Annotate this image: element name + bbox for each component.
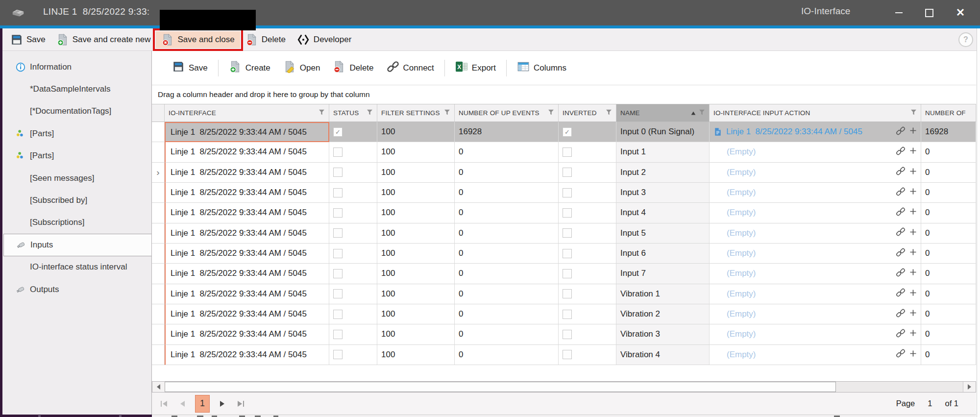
- add-icon[interactable]: [909, 309, 917, 319]
- add-icon[interactable]: [909, 329, 917, 339]
- table-row[interactable]: Linje 1 8/25/2022 9:33:44 AM / 50451000I…: [152, 264, 976, 284]
- row-expander-icon[interactable]: ›: [156, 167, 159, 178]
- link-icon[interactable]: [896, 247, 906, 260]
- link-icon[interactable]: [896, 268, 906, 280]
- horizontal-scrollbar[interactable]: [152, 381, 976, 392]
- scroll-left-button[interactable]: [152, 382, 165, 392]
- sidebar-item-subscribed-by[interactable]: [Subscribed by]: [2, 189, 151, 211]
- inverted-checkbox[interactable]: [563, 249, 572, 258]
- sidebar-item-subscriptions[interactable]: [Subscriptions]: [2, 212, 151, 234]
- status-checkbox[interactable]: [333, 249, 343, 258]
- link-icon[interactable]: [896, 348, 906, 361]
- add-icon[interactable]: [909, 228, 917, 238]
- sidebar-item-information[interactable]: Information: [2, 56, 151, 78]
- column-header-inverted[interactable]: INVERTED: [559, 104, 616, 122]
- add-icon[interactable]: [909, 208, 917, 218]
- status-checkbox[interactable]: [333, 168, 343, 177]
- link-icon[interactable]: [896, 187, 906, 199]
- open-button[interactable]: Open: [277, 58, 327, 77]
- connect-button[interactable]: Connect: [380, 58, 441, 77]
- add-icon[interactable]: [909, 350, 917, 360]
- status-checkbox[interactable]: [333, 228, 343, 238]
- sidebar-item-outputs[interactable]: Outputs: [2, 278, 151, 300]
- export-button[interactable]: XExport: [449, 58, 502, 77]
- column-header-marker[interactable]: [152, 104, 165, 122]
- status-checkbox[interactable]: [333, 289, 343, 298]
- inverted-checkbox[interactable]: [563, 208, 572, 218]
- table-row[interactable]: Linje 1 8/25/2022 9:33:44 AM / 50451000V…: [152, 284, 976, 304]
- delete-button[interactable]: Delete: [240, 31, 291, 48]
- status-checkbox[interactable]: [333, 188, 343, 197]
- table-row[interactable]: Linje 1 8/25/2022 9:33:44 AM / 50451000V…: [152, 304, 976, 324]
- status-checkbox[interactable]: [333, 208, 343, 218]
- table-row[interactable]: Linje 1 8/25/2022 9:33:44 AM / 50451000I…: [152, 203, 976, 223]
- add-icon[interactable]: [909, 289, 917, 299]
- table-row[interactable]: Linje 1 8/25/2022 9:33:44 AM / 50451000I…: [152, 183, 976, 203]
- delete-button[interactable]: Delete: [326, 58, 380, 77]
- add-icon[interactable]: [909, 127, 917, 137]
- inverted-checkbox[interactable]: [563, 289, 572, 298]
- link-icon[interactable]: [896, 328, 906, 341]
- sidebar-item-seen-messages[interactable]: [Seen messages]: [2, 167, 151, 189]
- current-page-button[interactable]: 1: [195, 395, 210, 413]
- table-row[interactable]: Linje 1 8/25/2022 9:33:44 AM / 50451000I…: [152, 244, 976, 264]
- link-icon[interactable]: [896, 146, 906, 158]
- filter-icon[interactable]: [699, 109, 705, 117]
- add-icon[interactable]: [909, 188, 917, 197]
- status-checkbox[interactable]: [333, 350, 343, 359]
- filter-icon[interactable]: [548, 109, 554, 117]
- inverted-checkbox[interactable]: [563, 228, 572, 238]
- filter-icon[interactable]: [367, 109, 373, 117]
- add-icon[interactable]: [909, 269, 917, 278]
- next-page-button[interactable]: [217, 396, 228, 411]
- group-by-bar[interactable]: Drag a column header and drop it here to…: [152, 85, 976, 104]
- sidebar-item-inputs[interactable]: Inputs: [3, 234, 151, 256]
- first-page-button[interactable]: [159, 396, 170, 411]
- column-header-up_events[interactable]: NUMBER OF UP EVENTS: [455, 104, 559, 122]
- create-button[interactable]: Create: [222, 58, 277, 77]
- inverted-checkbox[interactable]: [563, 127, 572, 137]
- scroll-right-button[interactable]: [963, 382, 976, 392]
- status-checkbox[interactable]: [333, 330, 343, 339]
- minimize-button[interactable]: [888, 0, 909, 25]
- sidebar-item-parts-2[interactable]: [Parts]: [2, 145, 151, 167]
- table-row[interactable]: ›Linje 1 8/25/2022 9:33:44 AM / 50451000…: [152, 163, 976, 183]
- column-header-name[interactable]: NAME: [616, 104, 710, 122]
- table-row[interactable]: Linje 1 8/25/2022 9:33:44 AM / 50451000I…: [152, 142, 976, 162]
- add-icon[interactable]: [909, 147, 917, 157]
- column-header-io[interactable]: IO-INTERFACE: [165, 104, 329, 122]
- sidebar-item-io-interface-status-interval[interactable]: IO-interface status interval: [2, 256, 151, 278]
- filter-icon[interactable]: [606, 109, 612, 117]
- status-checkbox[interactable]: [333, 147, 343, 157]
- close-button[interactable]: ✕: [950, 0, 971, 25]
- table-row[interactable]: Linje 1 8/25/2022 9:33:44 AM / 50451000V…: [152, 324, 976, 344]
- filter-icon[interactable]: [444, 109, 450, 117]
- link-icon[interactable]: [896, 308, 906, 320]
- inverted-checkbox[interactable]: [563, 310, 572, 319]
- add-icon[interactable]: [909, 168, 917, 177]
- inverted-checkbox[interactable]: [563, 269, 572, 278]
- inverted-checkbox[interactable]: [563, 147, 572, 157]
- sidebar-item-parts-1[interactable]: [Parts]: [2, 123, 151, 145]
- column-header-number[interactable]: NUMBER OF: [921, 104, 976, 122]
- link-icon[interactable]: [896, 207, 906, 219]
- filter-icon[interactable]: [318, 109, 325, 117]
- inverted-checkbox[interactable]: [563, 188, 572, 197]
- column-header-status[interactable]: STATUS: [329, 104, 377, 122]
- table-row[interactable]: Linje 1 8/25/2022 9:33:44 AM / 50451000V…: [152, 345, 976, 365]
- save-and-create-new-button[interactable]: Save and create new: [51, 31, 156, 48]
- filter-icon[interactable]: [910, 109, 917, 117]
- inverted-checkbox[interactable]: [563, 330, 572, 339]
- status-checkbox[interactable]: [333, 269, 343, 278]
- scrollbar-thumb[interactable]: [165, 382, 836, 392]
- sidebar-item-documentation-tags[interactable]: [*DocumentationTags]: [2, 100, 151, 123]
- column-header-filter_settings[interactable]: FILTER SETTINGS: [377, 104, 455, 122]
- developer-button[interactable]: Developer: [291, 31, 357, 48]
- inverted-checkbox[interactable]: [563, 350, 572, 359]
- table-row[interactable]: Linje 1 8/25/2022 9:33:44 AM / 50451000I…: [152, 223, 976, 244]
- previous-page-button[interactable]: [177, 396, 188, 411]
- link-icon[interactable]: [896, 227, 906, 239]
- status-checkbox[interactable]: [333, 127, 343, 137]
- save-button[interactable]: Save: [166, 58, 214, 77]
- table-row[interactable]: Linje 1 8/25/2022 9:33:44 AM / 504510016…: [152, 122, 976, 142]
